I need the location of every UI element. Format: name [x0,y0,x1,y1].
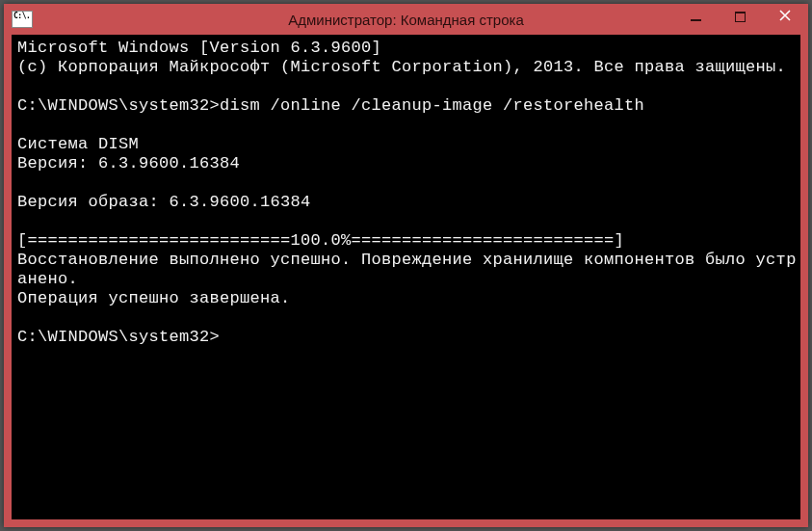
output-line: Операция успешно завершена. [17,289,291,307]
minimize-button[interactable] [673,4,718,29]
command-prompt-window: C:\. Администратор: Командная строка Mic… [4,4,808,527]
terminal-output[interactable]: Microsoft Windows [Version 6.3.9600] (c)… [12,35,800,351]
prompt-path: C:\WINDOWS\system32> [17,328,220,346]
system-menu-icon[interactable]: C:\. [12,11,33,28]
svg-rect-0 [691,19,701,21]
output-line: Microsoft Windows [Version 6.3.9600] [17,39,381,57]
close-button[interactable] [762,4,808,27]
window-controls [673,4,808,35]
terminal-client-area[interactable]: Microsoft Windows [Version 6.3.9600] (c)… [12,35,800,519]
entered-command: dism /online /cleanup-image /restoreheal… [220,96,644,115]
progress-bar-text: [==========================100.0%=======… [17,231,624,250]
output-line: Cистема DISM [17,135,139,153]
output-line: Версия образа: 6.3.9600.16384 [17,193,311,211]
output-line: Версия: 6.3.9600.16384 [17,154,240,173]
output-line: Восстановление выполнено успешно. Повреж… [17,251,797,288]
titlebar[interactable]: C:\. Администратор: Командная строка [4,4,808,35]
prompt-path: C:\WINDOWS\system32> [17,96,220,115]
output-line: (c) Корпорация Майкрософт (Microsoft Cor… [17,58,786,76]
svg-rect-2 [735,12,746,13]
maximize-button[interactable] [718,4,762,29]
